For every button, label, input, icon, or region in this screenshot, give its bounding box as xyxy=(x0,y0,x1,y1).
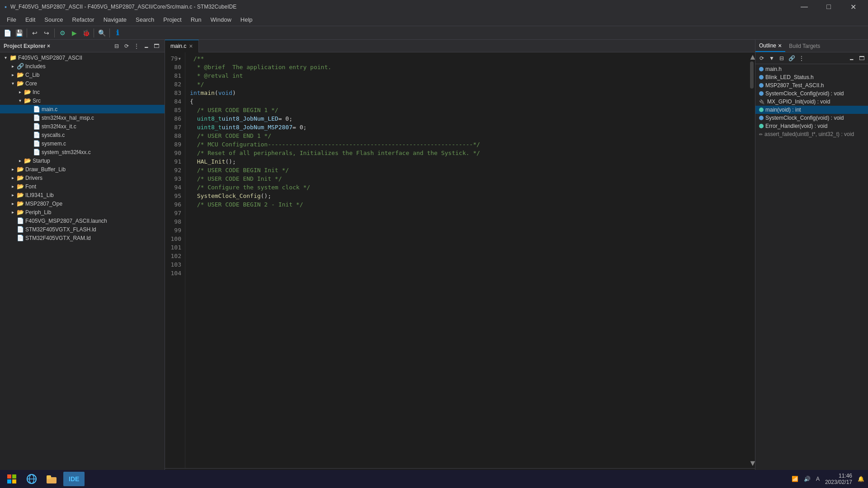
scroll-thumb[interactable] xyxy=(750,61,754,89)
build-button[interactable]: ⚙ xyxy=(57,28,68,38)
run-button[interactable]: ▶ xyxy=(69,28,80,38)
outline-link-button[interactable]: 🔗 xyxy=(787,54,796,63)
outline-item-gpio[interactable]: 🔌 MX_GPIO_Init(void) : void xyxy=(755,98,868,106)
tree-item-hal-msp[interactable]: 📄 stm32f4xx_hal_msp.c xyxy=(0,113,165,122)
tree-item-includes[interactable]: ▸ 🔗 Includes xyxy=(0,62,165,70)
inc-label: Inc xyxy=(33,89,40,95)
src-icon: 📂 xyxy=(24,97,32,104)
help-toolbar-button[interactable]: ℹ xyxy=(112,28,123,38)
tree-item-ili[interactable]: ▸ 📂 ILI9341_Lib xyxy=(0,191,165,199)
tree-item-sysmem[interactable]: 📄 sysmem.c xyxy=(0,139,165,148)
tree-item-ram-ld[interactable]: 📄 STM32F405VGTX_RAM.ld xyxy=(0,234,165,242)
menu-window[interactable]: Window xyxy=(206,14,236,25)
close-button[interactable]: ✕ xyxy=(843,0,863,14)
outline-tab-close[interactable]: × xyxy=(778,42,782,49)
tree-item-drivers[interactable]: ▸ 📂 Drivers xyxy=(0,174,165,182)
pe-maximize-button[interactable]: 🗖 xyxy=(152,42,161,51)
outline-item-main[interactable]: main(void) : int xyxy=(755,106,868,114)
taskbar-notification-icon[interactable]: 🔔 xyxy=(858,476,864,482)
pe-minimize-button[interactable]: 🗕 xyxy=(142,42,151,51)
redo-button[interactable]: ↪ xyxy=(41,28,52,38)
drivers-label: Drivers xyxy=(25,175,42,181)
tree-item-system[interactable]: 📄 system_stm32f4xx.c xyxy=(0,148,165,156)
inc-icon: 📂 xyxy=(24,89,32,95)
tab-mainc[interactable]: main.c × xyxy=(165,40,199,52)
right-minimize-button[interactable]: 🗕 xyxy=(847,54,856,63)
code-line-81: * @retval int xyxy=(190,71,749,80)
tree-item-draw[interactable]: ▸ 📂 Draw_Buffer_Lib xyxy=(0,165,165,174)
pe-sync-button[interactable]: ⟳ xyxy=(122,42,131,51)
browser-icon xyxy=(27,474,37,484)
editor-content[interactable]: 79▾ 80 81 82 83 84 85 86 87 88 89 90 91 … xyxy=(165,52,755,468)
title-bar: ▪ W_F405VG_MSP2807_ASCII - F405VG_MSP280… xyxy=(0,0,868,14)
tree-item-src[interactable]: ▾ 📂 Src xyxy=(0,96,165,105)
editor-scrollbar[interactable]: ▼ ▲ xyxy=(749,52,755,468)
tree-item-inc[interactable]: ▸ 📂 Inc xyxy=(0,88,165,96)
outline-item-mainh[interactable]: main.h xyxy=(755,65,868,73)
menu-navigate[interactable]: Navigate xyxy=(99,14,131,25)
scroll-down-button[interactable]: ▼ xyxy=(749,459,755,468)
outline-dot-error xyxy=(759,124,764,128)
save-button[interactable]: 💾 xyxy=(14,28,24,38)
outline-item-msp-ascii[interactable]: MSP2807_Test_ASCII.h xyxy=(755,81,868,89)
menu-search[interactable]: Search xyxy=(131,14,159,25)
scroll-up-button[interactable]: ▲ xyxy=(749,52,755,62)
outline-filter-button[interactable]: ▼ xyxy=(767,54,776,63)
menu-help[interactable]: Help xyxy=(236,14,257,25)
menu-source[interactable]: Source xyxy=(40,14,67,25)
outline-more-button[interactable]: ⋮ xyxy=(797,54,806,63)
taskbar-browser-button[interactable] xyxy=(24,471,40,487)
tree-item-flash-ld[interactable]: 📄 STM32F405VGTX_FLASH.ld xyxy=(0,225,165,234)
outline-item-error[interactable]: Error_Handler(void) : void xyxy=(755,122,868,130)
menu-project[interactable]: Project xyxy=(159,14,186,25)
right-maximize-button[interactable]: 🗖 xyxy=(857,54,866,63)
tree-item-startup[interactable]: ▸ 📂 Startup xyxy=(0,156,165,165)
maximize-button[interactable]: □ xyxy=(818,0,839,14)
ram-ld-icon: 📄 xyxy=(16,235,24,241)
tree-item-launch[interactable]: 📄 F405VG_MSP2807_ASCII.launch xyxy=(0,216,165,225)
outline-item-blink[interactable]: Blink_LED_Status.h xyxy=(755,73,868,81)
menu-file[interactable]: File xyxy=(2,14,21,25)
minimize-button[interactable]: — xyxy=(794,0,815,14)
outline-item-assert[interactable]: ✏ assert_failed(uint8_t*, uint32_t) : vo… xyxy=(755,130,868,138)
tree-item-syscalls[interactable]: 📄 syscalls.c xyxy=(0,131,165,139)
search-toolbar-button[interactable]: 🔍 xyxy=(96,28,107,38)
tab-mainc-close[interactable]: × xyxy=(189,42,193,50)
undo-button[interactable]: ↩ xyxy=(29,28,40,38)
outline-collapse-button[interactable]: ⊟ xyxy=(777,54,786,63)
fileexplorer-icon xyxy=(47,474,57,483)
code-line-95: HAL_Init(); xyxy=(190,157,749,166)
tree-item-it[interactable]: 📄 stm32f4xx_it.c xyxy=(0,122,165,131)
tree-item-clib[interactable]: ▸ 📂 C_Lib xyxy=(0,70,165,79)
tab-build-targets[interactable]: Build Targets xyxy=(785,41,824,51)
menu-edit[interactable]: Edit xyxy=(21,14,40,25)
code-editor[interactable]: /** * @brief The application entry point… xyxy=(185,52,749,468)
build-targets-tab-label: Build Targets xyxy=(789,43,820,49)
outline-item-sysclock[interactable]: SystemClock_Config(void) : void xyxy=(755,89,868,98)
line-numbers: 79▾ 80 81 82 83 84 85 86 87 88 89 90 91 … xyxy=(165,52,185,468)
outline-sort-button[interactable]: ⟳ xyxy=(757,54,766,63)
right-panel-tabs: Outline × Build Targets xyxy=(755,40,868,52)
sysmem-icon: 📄 xyxy=(33,140,41,147)
includes-icon: 🔗 xyxy=(16,63,24,70)
tree-item-project[interactable]: ▾ 📁 F405VG_MSP2807_ASCII xyxy=(0,53,165,62)
tab-outline[interactable]: Outline × xyxy=(755,40,785,52)
tree-item-periph[interactable]: ▸ 📂 Periph_Lib xyxy=(0,208,165,216)
pe-collapse-button[interactable]: ⊟ xyxy=(112,42,121,51)
outline-item-sysclock2[interactable]: SystemClock_Config(void) : void xyxy=(755,114,868,122)
debug-button[interactable]: 🐞 xyxy=(80,28,91,38)
pe-menu-button[interactable]: ⋮ xyxy=(132,42,141,51)
code-line-85: /* USER CODE BEGIN 1 */ xyxy=(190,106,749,114)
ili-label: ILI9341_Lib xyxy=(25,192,54,198)
tree-item-core[interactable]: ▾ 📂 Core xyxy=(0,79,165,88)
tree-item-msp[interactable]: ▸ 📂 MSP2807_Ope xyxy=(0,199,165,208)
new-button[interactable]: 📄 xyxy=(2,28,13,38)
project-explorer-tree: ▾ 📁 F405VG_MSP2807_ASCII ▸ 🔗 Includes ▸ … xyxy=(0,52,165,474)
menu-run[interactable]: Run xyxy=(186,14,206,25)
taskbar-start-button[interactable] xyxy=(4,471,20,487)
tree-item-mainc[interactable]: 📄 main.c xyxy=(0,105,165,113)
taskbar-fileexplorer-button[interactable] xyxy=(43,471,60,487)
tree-item-font[interactable]: ▸ 📂 Font xyxy=(0,182,165,191)
taskbar-ide-button[interactable]: IDE xyxy=(63,472,85,486)
menu-refactor[interactable]: Refactor xyxy=(68,14,99,25)
